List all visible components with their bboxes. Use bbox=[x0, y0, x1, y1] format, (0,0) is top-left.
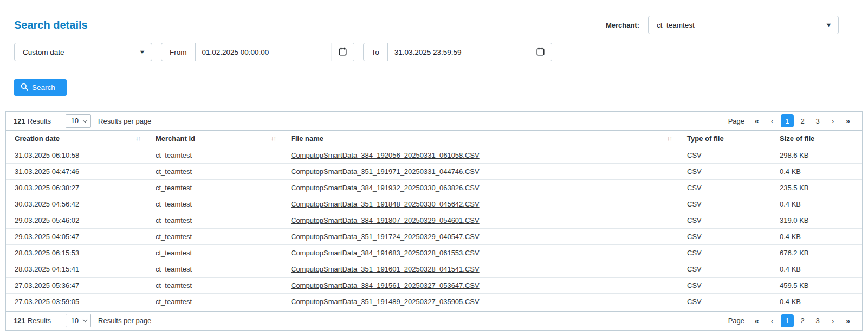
table-row: 30.03.2025 04:56:42 ct_teamtest Computop… bbox=[6, 196, 862, 212]
merchant-id-cell: ct_teamtest bbox=[147, 293, 282, 310]
merchant-dropdown[interactable]: ct_teamtest ▼ bbox=[648, 16, 839, 34]
pagination-prev-button[interactable]: ‹ bbox=[766, 114, 779, 127]
pagination-prev-button[interactable]: ‹ bbox=[766, 314, 779, 327]
per-page-select-wrap: 10 bbox=[66, 314, 91, 327]
pagination-first-button[interactable]: « bbox=[750, 314, 763, 327]
column-header-creation-date[interactable]: Creation date ↓↑ bbox=[6, 131, 147, 147]
file-download-link[interactable]: ComputopSmartData_384_192056_20250331_06… bbox=[291, 151, 480, 159]
merchant-label: Merchant: bbox=[606, 21, 639, 29]
results-count: 121 Results bbox=[6, 112, 59, 130]
file-size-cell: 459.5 KB bbox=[771, 277, 862, 293]
file-type-cell: CSV bbox=[678, 244, 771, 261]
file-type-cell: CSV bbox=[678, 196, 771, 212]
file-size-cell: 676.2 KB bbox=[771, 244, 862, 261]
table-row: 27.03.2025 05:36:47 ct_teamtest Computop… bbox=[6, 277, 862, 293]
merchant-value: ct_teamtest bbox=[657, 21, 695, 29]
results-count-number: 121 bbox=[14, 317, 25, 325]
merchant-group: Merchant: ct_teamtest ▼ bbox=[606, 16, 839, 34]
pagination-last-button[interactable]: » bbox=[841, 114, 854, 127]
pagination-next-button[interactable]: › bbox=[826, 114, 839, 127]
creation-date-cell: 31.03.2025 06:10:58 bbox=[6, 147, 147, 163]
creation-date-cell: 29.03.2025 05:46:02 bbox=[6, 212, 147, 228]
pagination-page-2[interactable]: 2 bbox=[796, 314, 809, 327]
results-count-suffix: Results bbox=[28, 317, 51, 325]
file-size-cell: 0.4 KB bbox=[771, 228, 862, 244]
creation-date-cell: 30.03.2025 06:38:27 bbox=[6, 179, 147, 196]
pagination-next-button[interactable]: › bbox=[826, 314, 839, 327]
merchant-id-cell: ct_teamtest bbox=[147, 212, 282, 228]
column-header-label: Creation date bbox=[15, 134, 60, 143]
search-icon bbox=[21, 83, 28, 92]
file-download-link[interactable]: ComputopSmartData_351_191601_20250328_04… bbox=[291, 265, 480, 273]
pagination-page-2[interactable]: 2 bbox=[796, 114, 809, 127]
results-bar-left: 121 Results 10 Results per page bbox=[6, 112, 151, 130]
per-page-label: Results per page bbox=[98, 117, 151, 125]
column-header-label: Merchant id bbox=[156, 134, 195, 143]
file-name-cell: ComputopSmartData_384_191683_20250328_06… bbox=[282, 244, 678, 261]
file-type-cell: CSV bbox=[678, 293, 771, 310]
date-range-dropdown[interactable]: Custom date ▼ bbox=[14, 43, 152, 61]
pagination-bottom: Page « ‹ 1 2 3 › » bbox=[728, 314, 862, 327]
from-calendar-button[interactable] bbox=[331, 43, 354, 61]
creation-date-cell: 30.03.2025 04:56:42 bbox=[6, 196, 147, 212]
from-date-group: From bbox=[161, 43, 354, 61]
column-header-file-name[interactable]: File name ↓↑ bbox=[282, 131, 678, 147]
pagination-page-1[interactable]: 1 bbox=[781, 314, 794, 327]
column-header-label: File name bbox=[291, 134, 323, 143]
from-date-input[interactable] bbox=[196, 43, 331, 61]
file-type-cell: CSV bbox=[678, 179, 771, 196]
search-button-label: Search bbox=[32, 83, 55, 92]
file-download-link[interactable]: ComputopSmartData_351_191848_20250330_04… bbox=[291, 200, 480, 208]
per-page-select[interactable]: 10 bbox=[66, 114, 91, 128]
file-type-cell: CSV bbox=[678, 277, 771, 293]
file-download-link[interactable]: ComputopSmartData_384_191561_20250327_05… bbox=[291, 281, 480, 289]
file-type-cell: CSV bbox=[678, 147, 771, 163]
file-download-link[interactable]: ComputopSmartData_384_191807_20250329_05… bbox=[291, 216, 480, 224]
merchant-id-cell: ct_teamtest bbox=[147, 228, 282, 244]
merchant-id-cell: ct_teamtest bbox=[147, 179, 282, 196]
sort-icon[interactable]: ↓↑ bbox=[271, 136, 276, 141]
pagination-first-button[interactable]: « bbox=[750, 114, 763, 127]
results-count: 121 Results bbox=[6, 312, 59, 330]
file-name-cell: ComputopSmartData_384_191932_20250330_06… bbox=[282, 179, 678, 196]
to-date-input[interactable] bbox=[388, 43, 529, 61]
table-row: 31.03.2025 04:47:46 ct_teamtest Computop… bbox=[6, 163, 862, 179]
file-name-cell: ComputopSmartData_384_191807_20250329_05… bbox=[282, 212, 678, 228]
file-download-link[interactable]: ComputopSmartData_351_191724_20250329_04… bbox=[291, 233, 480, 241]
chevron-down-icon: ▼ bbox=[825, 23, 832, 28]
to-date-group: To bbox=[363, 43, 552, 61]
file-name-cell: ComputopSmartData_384_191561_20250327_05… bbox=[282, 277, 678, 293]
pagination-last-button[interactable]: » bbox=[841, 314, 854, 327]
file-download-link[interactable]: ComputopSmartData_351_191971_20250331_04… bbox=[291, 168, 480, 176]
results-bar-bottom: 121 Results 10 Results per page Page « ‹… bbox=[6, 311, 862, 330]
to-calendar-button[interactable] bbox=[529, 43, 552, 61]
file-size-cell: 319.0 KB bbox=[771, 212, 862, 228]
sort-icon[interactable]: ↓↑ bbox=[667, 136, 672, 141]
date-filter-row: Custom date ▼ From To bbox=[14, 43, 854, 61]
file-size-cell: 298.6 KB bbox=[771, 147, 862, 163]
per-page-select[interactable]: 10 bbox=[66, 314, 91, 327]
pagination-page-3[interactable]: 3 bbox=[811, 114, 824, 127]
results-bar-left: 121 Results 10 Results per page bbox=[6, 312, 151, 330]
creation-date-cell: 31.03.2025 04:47:46 bbox=[6, 163, 147, 179]
table-row: 28.03.2025 06:15:53 ct_teamtest Computop… bbox=[6, 244, 862, 261]
divider bbox=[14, 70, 854, 70]
text-cursor bbox=[60, 83, 61, 92]
merchant-id-cell: ct_teamtest bbox=[147, 244, 282, 261]
table-body: 31.03.2025 06:10:58 ct_teamtest Computop… bbox=[6, 147, 862, 310]
pagination-page-3[interactable]: 3 bbox=[811, 314, 824, 327]
file-download-link[interactable]: ComputopSmartData_384_191932_20250330_06… bbox=[291, 184, 480, 192]
page-title: Search details bbox=[14, 19, 88, 31]
table-row: 29.03.2025 04:05:47 ct_teamtest Computop… bbox=[6, 228, 862, 244]
search-button[interactable]: Search bbox=[14, 79, 67, 96]
file-size-cell: 235.5 KB bbox=[771, 179, 862, 196]
file-download-link[interactable]: ComputopSmartData_351_191489_20250327_03… bbox=[291, 298, 480, 306]
column-header-merchant-id[interactable]: Merchant id ↓↑ bbox=[147, 131, 282, 147]
file-download-link[interactable]: ComputopSmartData_384_191683_20250328_06… bbox=[291, 249, 480, 257]
chevron-down-icon: ▼ bbox=[139, 50, 146, 55]
search-panel: Search details Merchant: ct_teamtest ▼ C… bbox=[9, 7, 859, 104]
pagination-page-1[interactable]: 1 bbox=[781, 114, 794, 127]
merchant-id-cell: ct_teamtest bbox=[147, 196, 282, 212]
sort-icon[interactable]: ↓↑ bbox=[135, 136, 140, 141]
merchant-id-cell: ct_teamtest bbox=[147, 261, 282, 277]
